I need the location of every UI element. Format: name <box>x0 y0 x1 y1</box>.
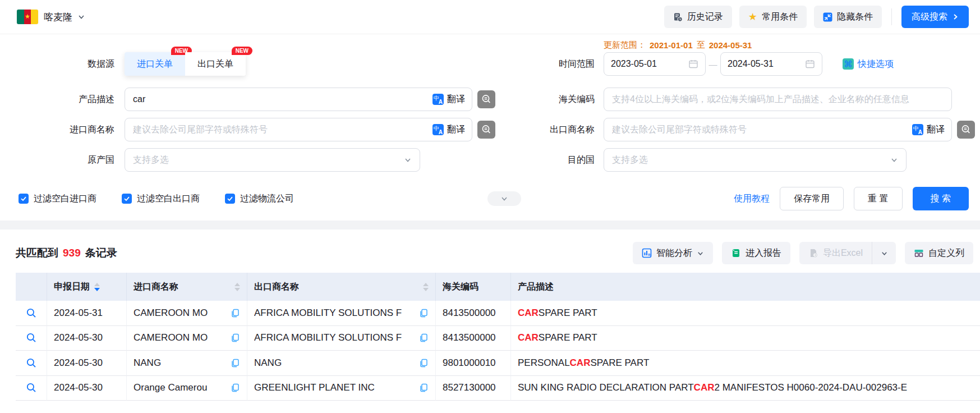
approx-search-icon <box>960 124 972 135</box>
custom-columns-icon <box>914 248 924 258</box>
sort-control[interactable] <box>234 283 240 291</box>
translate-icon: 中A <box>433 124 444 135</box>
cell-importer: CAMEROON MO <box>127 326 247 351</box>
highlighted-keyword: CAR <box>518 332 539 343</box>
time-range-label: 时间范围 <box>496 58 604 70</box>
chevron-down-icon <box>404 156 412 164</box>
approx-search-icon <box>481 94 492 105</box>
translate-icon: 中A <box>433 94 444 105</box>
enter-report-button[interactable]: 进入报告 <box>722 242 790 264</box>
search-panel: 更新范围： 2021-01-01 至 2024-05-31 数据源 进口关单 N… <box>0 34 980 230</box>
quick-options-button[interactable]: ⌘ 快捷选项 <box>843 58 894 70</box>
exporter-input[interactable] <box>604 125 912 135</box>
tab-export-declarations[interactable]: 出口关单 NEW <box>185 52 246 76</box>
history-button[interactable]: 历史记录 <box>664 6 732 28</box>
fuzzy-match-toggle[interactable] <box>477 90 495 108</box>
translate-label: 翻译 <box>447 124 465 136</box>
form-row-4: 原产国 支持多选 目的国 支持多选 <box>0 148 980 172</box>
summary-prefix: 共匹配到 <box>16 246 58 260</box>
hs-code-input[interactable] <box>604 94 951 104</box>
header-cell-importer: 进口商名称 <box>127 273 247 301</box>
approx-search-icon <box>481 124 492 135</box>
highlighted-keyword: CAR <box>570 357 591 369</box>
sort-control[interactable] <box>423 283 429 291</box>
copy-icon[interactable] <box>226 358 240 368</box>
row-search-button[interactable] <box>16 351 47 376</box>
results-summary: 共匹配到 939 条记录 <box>16 246 117 260</box>
header-cell-exporter: 出口商名称 <box>247 273 436 301</box>
filter-blank-exporter-checkbox[interactable]: 过滤空白出口商 <box>122 193 200 205</box>
translate-button[interactable]: 中A 翻译 <box>433 124 472 136</box>
product-desc-label: 产品描述 <box>0 94 125 105</box>
destination-select[interactable]: 支持多选 <box>604 148 907 172</box>
form-row-2: 产品描述 中A 翻译 海关编码 <box>0 88 980 111</box>
form-row-1: 数据源 进口关单 NEW 出口关单 NEW 时间范围 2023-05-01 <box>0 52 980 76</box>
save-common-button[interactable]: 保存常用 <box>780 187 844 210</box>
filter-blank-importer-checkbox[interactable]: 过滤空白进口商 <box>19 193 96 205</box>
product-desc-input[interactable] <box>125 94 433 104</box>
date-from-input[interactable]: 2023-05-01 <box>604 52 706 76</box>
collapse-panel-button[interactable] <box>487 191 521 206</box>
copy-icon[interactable] <box>414 383 429 393</box>
smart-analysis-button[interactable]: BI 智能分析 <box>633 242 713 264</box>
row-search-button[interactable] <box>16 376 47 401</box>
cell-importer: Orange Camerou <box>127 376 247 401</box>
checkbox-checked-icon <box>122 194 132 204</box>
copy-icon[interactable] <box>226 333 240 343</box>
filter-label: 过滤物流公司 <box>240 193 294 205</box>
destination-label: 目的国 <box>496 154 604 166</box>
export-excel-button[interactable]: 导出Excel <box>799 242 872 264</box>
results-table: 申报日期 进口商名称 出口商名称 海关编码 产品描述 2024-05-31 CA… <box>16 273 980 401</box>
favorites-button[interactable]: ★ 常用条件 <box>739 6 807 28</box>
date-from-value: 2023-05-01 <box>611 59 688 69</box>
chevron-down-icon <box>697 250 704 257</box>
fuzzy-match-toggle[interactable] <box>957 121 975 139</box>
star-icon: ★ <box>748 12 757 22</box>
search-button[interactable]: 搜 索 <box>913 187 969 210</box>
importer-input[interactable] <box>125 125 433 135</box>
date-to-value: 2024-05-31 <box>728 59 805 69</box>
history-icon <box>673 12 683 22</box>
tutorial-link[interactable]: 使用教程 <box>734 193 770 205</box>
export-options-button[interactable] <box>872 242 896 264</box>
tab-import-label: 进口关单 <box>137 58 173 70</box>
importer-field: 中A 翻译 <box>125 118 472 141</box>
chevron-down-icon <box>890 156 898 164</box>
reset-button[interactable]: 重 置 <box>854 187 902 210</box>
chevron-down-icon <box>881 250 888 257</box>
sort-control[interactable] <box>94 283 100 291</box>
advanced-search-button[interactable]: 高级搜索 <box>901 6 969 28</box>
custom-columns-button[interactable]: 自定义列 <box>905 242 973 264</box>
copy-icon[interactable] <box>414 333 429 343</box>
cell-hs-code: 8527130000 <box>436 376 511 401</box>
cell-exporter: NANG <box>247 351 436 376</box>
copy-icon[interactable] <box>414 358 429 368</box>
country-picker[interactable]: ★ 喀麦隆 <box>17 10 85 24</box>
copy-icon[interactable] <box>414 308 429 318</box>
origin-select[interactable]: 支持多选 <box>125 148 420 172</box>
translate-label: 翻译 <box>447 94 465 105</box>
update-range-from: 2021-01-01 <box>650 40 693 50</box>
column-label: 进口商名称 <box>134 281 178 293</box>
cell-hs-code: 9801000010 <box>436 351 511 376</box>
filter-logistics-checkbox[interactable]: 过滤物流公司 <box>225 193 294 205</box>
copy-icon[interactable] <box>226 308 240 318</box>
row-search-button[interactable] <box>16 301 47 326</box>
hide-filters-button[interactable]: 隐藏条件 <box>814 6 882 28</box>
translate-button[interactable]: 中A 翻译 <box>433 94 472 105</box>
fuzzy-match-toggle[interactable] <box>477 121 495 139</box>
copy-icon[interactable] <box>226 383 240 393</box>
summary-suffix: 条记录 <box>85 246 117 260</box>
country-name: 喀麦隆 <box>44 11 72 24</box>
checkbox-checked-icon <box>225 194 235 204</box>
smart-analysis-label: 智能分析 <box>656 247 692 259</box>
filter-label: 过滤空白进口商 <box>34 193 96 205</box>
date-to-input[interactable]: 2024-05-31 <box>720 52 822 76</box>
tab-import-declarations[interactable]: 进口关单 NEW <box>125 52 185 76</box>
translate-button[interactable]: 中A 翻译 <box>912 124 951 136</box>
topbar-actions: 历史记录 ★ 常用条件 隐藏条件 高级搜索 <box>664 6 969 28</box>
row-search-button[interactable] <box>16 326 47 351</box>
cell-hs-code: 8413500000 <box>436 301 511 326</box>
favorites-label: 常用条件 <box>762 11 798 23</box>
chevron-down-icon <box>78 13 85 20</box>
